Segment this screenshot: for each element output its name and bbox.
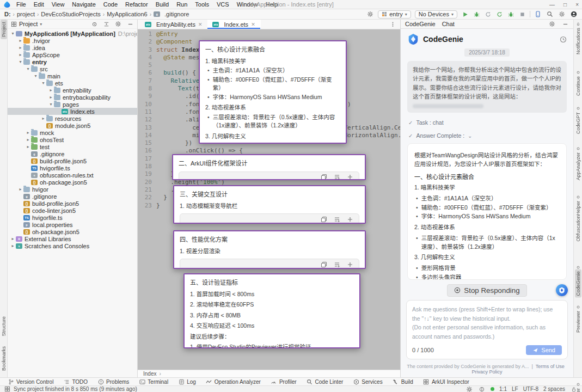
- tool-tab-continue[interactable]: Continue: [575, 75, 581, 97]
- editor-more-icon[interactable]: [385, 20, 400, 29]
- minus-icon[interactable]: [126, 20, 134, 28]
- editor-breadcrumb[interactable]: Index›: [138, 370, 400, 377]
- tab-close-icon[interactable]: ✕: [251, 22, 255, 27]
- tree-item-myapplication6-myapplication-[interactable]: ▾MyApplication6 [MyApplication]D:\projec…: [8, 30, 137, 37]
- menu-edit[interactable]: Edit: [34, 1, 44, 8]
- sync-settings-icon[interactable]: [366, 10, 374, 18]
- tool-tab-bookmarks[interactable]: Bookmarks: [1, 344, 7, 373]
- tool-tab-codegpt[interactable]: CodeGPT: [575, 111, 581, 136]
- tree-chevron-icon[interactable]: ▾: [40, 81, 46, 85]
- profile-icon[interactable]: [570, 10, 578, 18]
- play-icon[interactable]: [461, 10, 469, 18]
- chat-input[interactable]: Ask me questions (press Shift+Enter to w…: [406, 300, 568, 359]
- tool-window-todo[interactable]: TODO: [63, 378, 88, 385]
- tree-item--gitignore[interactable]: g.gitignore: [8, 193, 137, 200]
- tree-item-src[interactable]: ▾src: [8, 65, 137, 72]
- tool-window-problems[interactable]: Problems: [97, 378, 129, 385]
- tree-item-mock[interactable]: ▸mock: [8, 129, 137, 136]
- tree-item-oh-package-json5[interactable]: {}oh-package.json5: [8, 179, 137, 186]
- device-manager-icon[interactable]: [534, 10, 542, 18]
- tool-window-build[interactable]: Build: [393, 378, 413, 385]
- send-button[interactable]: Send: [526, 345, 562, 355]
- tree-chevron-icon[interactable]: ▾: [10, 31, 16, 36]
- tree-item-test[interactable]: ▸test: [8, 143, 137, 150]
- breadcrumb-item[interactable]: D:: [4, 11, 11, 17]
- stop-responding-button[interactable]: Stop Responding: [447, 284, 526, 297]
- insert-icon[interactable]: [333, 173, 341, 180]
- tree-item-resources[interactable]: ▸resources: [8, 115, 137, 122]
- tree-chevron-icon[interactable]: ▾: [33, 74, 39, 78]
- gear-icon[interactable]: [114, 20, 122, 28]
- tree-item-ets[interactable]: ▾ets: [8, 79, 137, 87]
- tree-item-module-json5[interactable]: {}module.json5: [8, 122, 137, 129]
- tree-chevron-icon[interactable]: ▸: [48, 88, 54, 93]
- menu-window[interactable]: Window: [237, 1, 258, 8]
- editor-tab-index-ets[interactable]: etsIndex.ets✕: [207, 20, 260, 29]
- rerun-green-icon[interactable]: [495, 10, 503, 18]
- tree-item-pages[interactable]: ▾pages: [8, 101, 137, 108]
- tree-item-obfuscation-rules-txt[interactable]: ≡obfuscation-rules.txt: [8, 171, 137, 179]
- minimize-icon[interactable]: —: [549, 2, 555, 8]
- menu-tools[interactable]: Tools: [195, 1, 209, 8]
- tree-chevron-icon[interactable]: ▸: [17, 45, 23, 50]
- stop-icon[interactable]: [518, 10, 526, 18]
- menu-help[interactable]: Help: [266, 1, 278, 8]
- tool-window-arkui-inspector[interactable]: ArkUI Inspector: [423, 378, 469, 385]
- tool-window-log[interactable]: Log: [178, 378, 196, 385]
- codegenie-fab[interactable]: [556, 284, 568, 296]
- tree-chevron-icon[interactable]: ▸: [25, 137, 31, 142]
- menu-navigate[interactable]: Navigate: [72, 1, 95, 8]
- tree-chevron-icon[interactable]: ▸: [17, 187, 23, 192]
- debug2-icon[interactable]: [507, 10, 514, 18]
- tree-chevron-icon[interactable]: ▾: [17, 59, 23, 64]
- insert-icon[interactable]: [333, 261, 341, 268]
- tree-item-external-libraries[interactable]: ▸≣External Libraries: [8, 235, 137, 242]
- tool-window-services[interactable]: Services: [353, 378, 382, 385]
- tree-item-ohostest[interactable]: ▸ohosTest: [8, 136, 137, 143]
- insert-icon[interactable]: [333, 216, 341, 223]
- breadcrumb-item[interactable]: DevEcoStudioProjects: [41, 11, 100, 17]
- copy-icon[interactable]: [320, 216, 328, 223]
- tab-chat[interactable]: Chat: [442, 21, 455, 27]
- tree-item-oh-package-json5[interactable]: {}oh-package.json5: [8, 228, 137, 235]
- copy-icon[interactable]: [320, 261, 328, 268]
- plus-icon[interactable]: [346, 216, 354, 223]
- tool-tab-notifications[interactable]: Notifications: [575, 26, 581, 56]
- tree-item-entrybackupability[interactable]: ▸entrybackupability: [8, 94, 137, 101]
- tree-chevron-icon[interactable]: ▾: [48, 102, 54, 107]
- menu-run[interactable]: Run: [176, 1, 187, 8]
- menu-code[interactable]: Code: [103, 1, 118, 8]
- tree-chevron-icon[interactable]: ▸: [10, 243, 16, 248]
- tree-item-build-profile-json5[interactable]: {}build-profile.json5: [8, 200, 137, 207]
- tree-item-hvigorfile-ts[interactable]: TShvigorfile.ts: [8, 214, 137, 221]
- tree-item-code-linter-json5[interactable]: {}code-linter.json5: [8, 207, 137, 214]
- tree-chevron-icon[interactable]: ▸: [17, 52, 23, 57]
- tool-tab-appanalyzer[interactable]: AppAnalyzer: [575, 151, 581, 182]
- copy-icon[interactable]: [320, 173, 328, 180]
- run-config-select[interactable]: entry▾: [378, 10, 411, 19]
- tree-item--gitignore[interactable]: g.gitignore: [8, 150, 137, 157]
- close-icon[interactable]: ×: [575, 2, 579, 8]
- project-panel-title[interactable]: Project: [19, 21, 38, 27]
- tool-window-terminal[interactable]: Terminal: [139, 378, 168, 385]
- tree-chevron-icon[interactable]: ▸: [17, 38, 23, 43]
- search-icon[interactable]: [546, 10, 554, 18]
- tree-item-hvigor[interactable]: ▸hvigor: [8, 186, 137, 193]
- rerun-grey-icon[interactable]: [484, 10, 492, 18]
- expand-icon[interactable]: [102, 20, 110, 28]
- menu-build[interactable]: Build: [156, 1, 169, 8]
- tool-window-operation-analyzer[interactable]: Operation Analyzer: [206, 378, 261, 385]
- plus-icon[interactable]: [346, 261, 354, 268]
- tree-item-index-ets[interactable]: etsIndex.ets: [8, 108, 137, 115]
- plus-icon[interactable]: [346, 173, 354, 180]
- menu-view[interactable]: View: [52, 1, 65, 8]
- tree-item--idea[interactable]: ▸.idea: [8, 44, 137, 51]
- project-view-dropdown[interactable]: ▾: [40, 22, 42, 27]
- tool-tab-codegenie[interactable]: CodeGenie: [575, 270, 581, 298]
- tool-tab-previewer[interactable]: Previewer: [575, 309, 581, 334]
- tool-windows-icon[interactable]: [4, 386, 10, 392]
- panel-hide-icon[interactable]: [561, 20, 569, 28]
- history-icon[interactable]: [559, 35, 567, 43]
- tree-item-entry[interactable]: ▾entry: [8, 58, 137, 65]
- tab-close-icon[interactable]: ✕: [198, 22, 203, 27]
